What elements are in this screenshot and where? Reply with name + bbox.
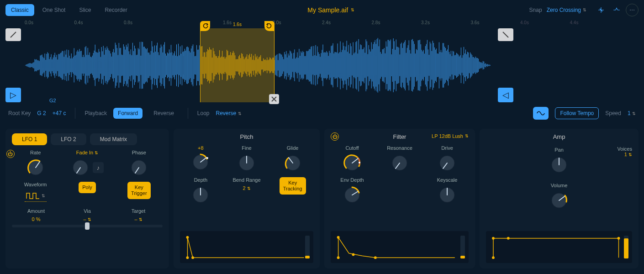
- pitch-coarse-knob[interactable]: [191, 153, 210, 172]
- lfo-fade-label[interactable]: Fade In ⇅: [76, 150, 98, 156]
- filter-keyscale-label: Keyscale: [437, 177, 458, 184]
- pitch-depth-knob[interactable]: [191, 185, 210, 205]
- root-key-label: Root Key: [8, 110, 31, 116]
- root-note-display: G2: [49, 98, 56, 103]
- lfo-waveform-select[interactable]: ⇅: [25, 190, 47, 202]
- lfo-fade-knob[interactable]: [71, 158, 90, 177]
- lfo-waveform-label: Waveform: [24, 182, 47, 188]
- filter-keyscale-knob[interactable]: [438, 185, 457, 205]
- amp-panel: Amp Voices 1 ⇅ Pan Volume: [480, 129, 639, 269]
- sample-title[interactable]: My Sample.aif⇅: [136, 6, 527, 14]
- tab-mod-matrix[interactable]: Mod Matrix: [90, 133, 137, 145]
- loop-start-handle[interactable]: [200, 21, 210, 31]
- pitch-coarse-value: +8: [198, 145, 204, 151]
- pitch-glide-label: Glide: [287, 145, 299, 152]
- lfo-via-value[interactable]: – ⇅: [83, 216, 91, 222]
- more-menu-icon[interactable]: ⋯: [626, 4, 639, 16]
- svg-point-33: [374, 256, 377, 259]
- tab-one-shot[interactable]: One Shot: [37, 4, 71, 16]
- time-ruler: 0.0s0.4s0.8s1.6s2.0s2.4s2.8s3.2s3.6s4.0s…: [25, 20, 619, 28]
- flex-button[interactable]: [533, 107, 549, 120]
- svg-point-38: [492, 256, 495, 259]
- svg-point-39: [492, 237, 495, 240]
- pitch-glide-knob[interactable]: [283, 153, 302, 173]
- root-key-cents[interactable]: +47 c: [53, 110, 66, 116]
- loop-time-label: 1.6s: [233, 22, 242, 27]
- tab-classic[interactable]: Classic: [5, 4, 34, 16]
- svg-point-32: [352, 253, 355, 256]
- lfo-amount-value: 0 %: [32, 216, 41, 222]
- amp-voices-value[interactable]: 1 ⇅: [618, 152, 632, 157]
- lfo-key-trigger-button[interactable]: Key Trigger: [127, 182, 150, 199]
- filter-cutoff-knob[interactable]: [343, 153, 362, 173]
- svg-point-18: [191, 256, 194, 259]
- pitch-depth-label: Depth: [194, 177, 207, 184]
- lfo-sync-button[interactable]: ♪: [93, 162, 104, 173]
- pitch-envelope[interactable]: [180, 231, 313, 263]
- pitch-key-tracking-button[interactable]: Key Tracking: [280, 177, 306, 195]
- amp-volume-knob[interactable]: [549, 191, 569, 210]
- lfo-power-button[interactable]: [6, 150, 15, 158]
- filter-drive-knob[interactable]: [438, 153, 457, 173]
- filter-type-select[interactable]: LP 12dB Lush⇅: [432, 133, 469, 139]
- loop-region[interactable]: 1.6s: [200, 28, 274, 102]
- loop-label: Loop: [197, 110, 210, 116]
- amp-title: Amp: [553, 133, 565, 140]
- lfo-amount-slider[interactable]: [12, 225, 163, 227]
- waveform-svg: [25, 28, 619, 102]
- amp-envelope[interactable]: [486, 231, 632, 263]
- filter-power-button[interactable]: [331, 132, 339, 141]
- svg-point-16: [186, 256, 189, 259]
- pitch-bend-label: Bend Range: [232, 177, 260, 184]
- playback-reverse[interactable]: Reverse: [149, 108, 179, 119]
- sample-start-handle[interactable]: ▷: [5, 88, 21, 102]
- lfo-amount-label: Amount: [27, 208, 45, 215]
- amp-volume-label: Volume: [551, 183, 568, 189]
- loop-mode[interactable]: Reverse ⇅: [216, 110, 242, 116]
- filter-envdepth-label: Env Depth: [340, 177, 364, 184]
- svg-point-9: [206, 157, 208, 159]
- svg-point-17: [186, 236, 189, 239]
- snap-mode[interactable]: Zero Crossing⇅: [547, 7, 586, 13]
- svg-point-41: [618, 237, 620, 240]
- speed-label: Speed: [605, 110, 621, 116]
- pitch-title: Pitch: [240, 133, 253, 140]
- amp-pan-knob[interactable]: [549, 155, 569, 174]
- filter-title: Filter: [393, 133, 406, 140]
- follow-tempo-button[interactable]: Follow Tempo: [555, 107, 599, 119]
- root-key-value[interactable]: G 2: [37, 110, 46, 116]
- amp-voices-label: Voices: [618, 146, 632, 152]
- playback-forward[interactable]: Forward: [113, 108, 143, 119]
- filter-envdepth-knob[interactable]: [343, 185, 362, 205]
- pitch-fine-label: Fine: [242, 145, 251, 152]
- pitch-bend-value[interactable]: 2 ⇅: [243, 185, 250, 191]
- fade-in-handle[interactable]: [5, 28, 21, 41]
- filter-envelope[interactable]: [331, 231, 469, 263]
- speed-value[interactable]: 1 ⇅: [628, 110, 636, 116]
- lfo-target-label: Target: [132, 208, 146, 215]
- tab-lfo2[interactable]: LFO 2: [51, 133, 86, 145]
- lfo-target-value[interactable]: – ⇅: [134, 216, 142, 222]
- loop-end-handle[interactable]: [264, 21, 274, 31]
- pitch-fine-knob[interactable]: [237, 153, 256, 173]
- tab-lfo1[interactable]: LFO 1: [12, 133, 47, 145]
- svg-point-21: [359, 162, 360, 163]
- amp-pan-label: Pan: [554, 147, 564, 153]
- lfo-via-label: Via: [84, 208, 91, 215]
- svg-point-31: [337, 236, 340, 239]
- waveform-display[interactable]: ▷ ◁ 0.0s0.4s0.8s1.6s2.0s2.4s2.8s3.2s3.6s…: [0, 20, 644, 102]
- playback-label: Playback: [84, 110, 107, 116]
- tab-slice[interactable]: Slice: [74, 4, 96, 16]
- autoloop-icon[interactable]: [610, 4, 623, 16]
- filter-resonance-label: Resonance: [387, 145, 412, 152]
- filter-resonance-knob[interactable]: [390, 153, 409, 173]
- lfo-poly-button[interactable]: Poly: [79, 182, 95, 193]
- lfo-phase-label: Phase: [132, 150, 146, 156]
- lfo-rate-knob[interactable]: [26, 158, 45, 177]
- crossfade-handle[interactable]: [269, 94, 279, 104]
- tab-recorder[interactable]: Recorder: [99, 4, 132, 16]
- filter-panel: Filter LP 12dB Lush⇅ Cutoff Resonance Dr…: [324, 129, 475, 269]
- lfo-phase-knob[interactable]: [129, 158, 148, 177]
- snap-label: Snap: [529, 7, 542, 13]
- trim-icon[interactable]: [595, 4, 607, 16]
